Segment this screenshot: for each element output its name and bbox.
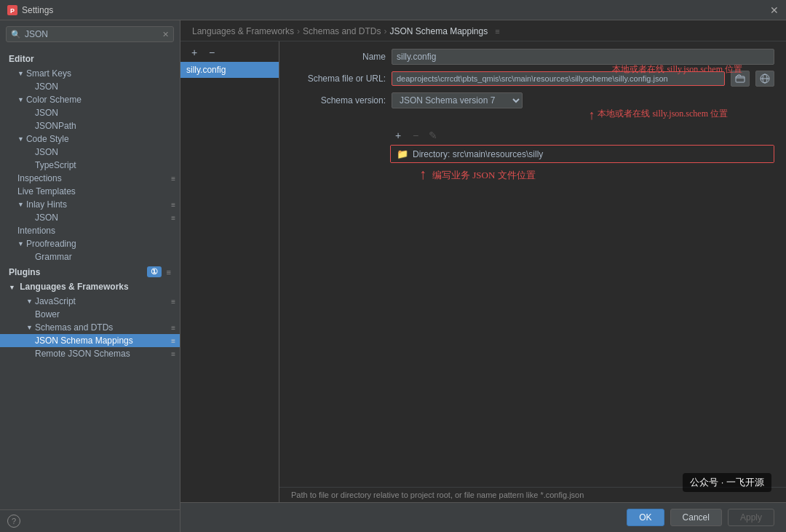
sidebar-item-label: Intentions (0, 226, 180, 236)
directory-row[interactable]: 📁 Directory: src\main\resources\silly (391, 146, 774, 162)
sidebar-section-languages: ▼ Languages & Frameworks (0, 279, 180, 295)
close-button[interactable]: ✕ (770, 4, 779, 16)
sidebar-bottom: ? (0, 509, 180, 532)
settings-icon: ≡ (171, 350, 175, 358)
schema-version-label: Schema version: (291, 95, 386, 106)
add-mapping-button[interactable]: + (390, 129, 406, 142)
entries-section: + − silly.config Name (180, 41, 786, 502)
spacer (279, 183, 786, 487)
breadcrumb: Languages & Frameworks › Schemas and DTD… (180, 20, 786, 41)
breadcrumb-sep1: › (297, 26, 300, 36)
plugins-settings-icon: ≡ (167, 268, 171, 277)
expand-icon: ▼ (0, 324, 33, 331)
breadcrumb-part1: Languages & Frameworks (192, 26, 294, 36)
sidebar-item-label: JSON (0, 147, 180, 157)
sidebar-item-inlay-hints[interactable]: ▼ Inlay Hints ≡ (0, 198, 180, 211)
plugins-badge: ① (147, 266, 162, 277)
schema-label: Schema file or URL: (291, 74, 386, 84)
sidebar-item-json-colorscheme[interactable]: JSON (0, 106, 180, 119)
title-bar-left: P Settings (7, 5, 53, 15)
sidebar-item-label: Schemas and DTDs (35, 322, 171, 333)
plugins-label: Plugins (9, 267, 40, 277)
expand-icon: ▼ (0, 201, 24, 208)
settings-icon: ≡ (171, 337, 175, 345)
sidebar-item-label: Grammar (0, 252, 180, 262)
sidebar-item-remote-json-schemas[interactable]: Remote JSON Schemas ≡ (0, 347, 180, 360)
sidebar-item-inspections[interactable]: Inspections ≡ (0, 172, 180, 185)
name-row: Name (291, 49, 774, 65)
entries-list: silly.config (180, 62, 279, 502)
remove-entry-button[interactable]: − (204, 46, 220, 59)
directory-table: 📁 Directory: src\main\resources\silly (390, 145, 774, 163)
breadcrumb-ext-icon: ≡ (495, 27, 499, 36)
sidebar-item-live-templates[interactable]: Live Templates (0, 185, 180, 198)
sidebar-item-label: Smart Keys (26, 68, 180, 79)
directory-path: Directory: src\main\resources\silly (413, 149, 543, 159)
expand-icon: ▼ (0, 240, 24, 247)
sidebar-item-code-style[interactable]: ▼ Code Style (0, 132, 180, 146)
sidebar-item-schemas-dtds[interactable]: ▼ Schemas and DTDs ≡ (0, 321, 180, 334)
sidebar-item-label: JSON (0, 82, 180, 92)
search-clear-button[interactable]: ✕ (162, 30, 169, 39)
languages-label: Languages & Frameworks (20, 282, 128, 292)
name-input[interactable] (392, 49, 774, 65)
sidebar-item-json-schema-mappings[interactable]: JSON Schema Mappings ≡ (0, 334, 180, 347)
sidebar-item-javascript[interactable]: ▼ JavaScript ≡ (0, 295, 180, 308)
settings-icon: ≡ (171, 201, 175, 209)
settings-icon: ≡ (171, 324, 175, 332)
schema-annotation-text: 本地或者在线 silly.json.schem 位置 (612, 63, 742, 76)
sidebar-item-jsonpath[interactable]: JSONPath (0, 119, 180, 132)
status-bar: Path to file or directory relative to pr… (279, 487, 786, 502)
sidebar-item-json-smartkeys[interactable]: JSON (0, 80, 180, 93)
sidebar-section-editor: Editor (0, 51, 180, 67)
search-bar[interactable]: 🔍 ✕ (6, 26, 174, 42)
expand-icon: ▼ (0, 96, 24, 103)
help-button[interactable]: ? (7, 515, 20, 528)
right-panel: Languages & Frameworks › Schemas and DTD… (180, 20, 786, 532)
apply-button[interactable]: Apply (728, 509, 774, 526)
sidebar-item-typescript[interactable]: TypeScript (0, 159, 180, 172)
name-label: Name (291, 52, 386, 62)
sidebar-item-bower[interactable]: Bower (0, 308, 180, 321)
sidebar-item-color-scheme[interactable]: ▼ Color Scheme (0, 93, 180, 106)
breadcrumb-part3: JSON Schema Mappings (389, 26, 488, 36)
ok-button[interactable]: OK (627, 509, 664, 526)
sidebar-item-label: Remote JSON Schemas (0, 349, 171, 359)
dir-annotation-text: 编写业务 JSON 文件位置 (432, 169, 536, 182)
entry-item-label: silly.config (186, 65, 226, 75)
settings-icon: ≡ (171, 175, 175, 183)
cancel-button[interactable]: Cancel (670, 509, 722, 526)
sidebar-item-json-inlayhints[interactable]: JSON ≡ (0, 211, 180, 224)
sidebar-item-smart-keys[interactable]: ▼ Smart Keys (0, 67, 180, 80)
status-text: Path to file or directory relative to pr… (291, 491, 584, 499)
sidebar-item-grammar[interactable]: Grammar (0, 250, 180, 263)
expand-icon: ▼ (0, 298, 33, 305)
web-browse-button[interactable] (755, 71, 774, 87)
add-entry-button[interactable]: + (186, 46, 202, 59)
sidebar-item-label: Inlay Hints (26, 199, 171, 210)
edit-mapping-button[interactable]: ✎ (425, 129, 441, 142)
search-input[interactable] (25, 29, 159, 39)
svg-text:P: P (10, 7, 15, 15)
main-container: 🔍 ✕ Editor ▼ Smart Keys JSON ▼ Color Sch… (0, 20, 786, 532)
sidebar-item-json-codestyle[interactable]: JSON (0, 146, 180, 159)
sidebar-item-label: TypeScript (0, 160, 180, 170)
svg-rect-2 (736, 76, 745, 82)
form-panel: Name Schema file or URL: (279, 41, 786, 502)
sidebar-content: Editor ▼ Smart Keys JSON ▼ Color Scheme … (0, 48, 180, 509)
remove-mapping-button[interactable]: − (408, 129, 424, 142)
expand-icon: ▼ (0, 135, 24, 143)
sidebar-item-label: Proofreading (26, 239, 180, 249)
schema-version-select[interactable]: JSON Schema version 7 (392, 92, 523, 108)
entries-list-panel: + − silly.config (180, 41, 279, 502)
entry-item-sillyconfig[interactable]: silly.config (180, 62, 279, 78)
settings-icon: ≡ (171, 298, 175, 306)
breadcrumb-part2: Schemas and DTDs (303, 26, 381, 36)
schema-version-row: Schema version: JSON Schema version 7 (291, 92, 774, 108)
title-text: Settings (22, 5, 53, 15)
sidebar-item-intentions[interactable]: Intentions (0, 224, 180, 237)
sidebar-item-label: JSON (0, 213, 171, 223)
sidebar-item-label: JavaScript (35, 296, 171, 306)
dir-annotation-area: ↑ 编写业务 JSON 文件位置 (279, 163, 786, 183)
sidebar-item-proofreading[interactable]: ▼ Proofreading (0, 237, 180, 250)
